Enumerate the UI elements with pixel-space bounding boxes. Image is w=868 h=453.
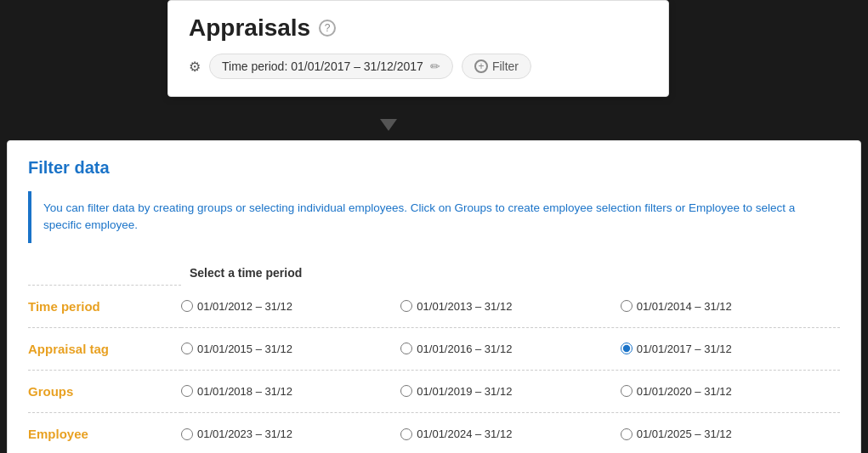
label-2025: 01/01/2025 – 31/12 <box>637 428 732 440</box>
radio-2014[interactable] <box>621 300 633 312</box>
label-2018: 01/01/2018 – 31/12 <box>197 385 292 398</box>
radio-2024[interactable] <box>400 428 412 440</box>
option-2019: 01/01/2019 – 31/12 <box>400 385 620 398</box>
sliders-icon: ⚙ <box>189 59 201 75</box>
time-period-label-row: Time period <box>28 286 181 328</box>
label-2013: 01/01/2013 – 31/12 <box>417 300 512 313</box>
option-2014: 01/01/2014 – 31/12 <box>621 300 840 313</box>
label-2015: 01/01/2015 – 31/12 <box>197 343 292 355</box>
radio-2016[interactable] <box>400 343 412 354</box>
option-2013: 01/01/2013 – 31/12 <box>400 300 620 313</box>
radio-2023[interactable] <box>181 428 193 440</box>
dropdown-arrow <box>380 119 397 131</box>
option-2025: 01/01/2025 – 31/12 <box>621 428 840 440</box>
options-header: Select a time period <box>181 260 840 286</box>
groups-label-row: Groups <box>28 371 181 413</box>
filter-panel: Filter data You can filter data by creat… <box>7 140 861 453</box>
appraisal-tag-label[interactable]: Appraisal tag <box>28 342 109 356</box>
label-2023: 01/01/2023 – 31/12 <box>197 428 292 440</box>
time-period-text: Time period: 01/01/2017 – 31/12/2017 <box>222 59 423 73</box>
option-2015: 01/01/2015 – 31/12 <box>181 343 400 355</box>
employee-label-row: Employee <box>28 413 181 454</box>
labels-header-spacer <box>28 260 181 286</box>
filter-options: Select a time period 01/01/2012 – 31/12 … <box>181 260 840 454</box>
appraisals-title: Appraisals <box>189 14 310 42</box>
info-text: You can filter data by creating groups o… <box>43 201 795 231</box>
label-2012: 01/01/2012 – 31/12 <box>197 300 292 313</box>
time-period-label[interactable]: Time period <box>28 299 100 314</box>
label-2014: 01/01/2014 – 31/12 <box>637 300 732 313</box>
time-period-pill[interactable]: Time period: 01/01/2017 – 31/12/2017 ✏ <box>209 54 453 79</box>
options-row-2: 01/01/2015 – 31/12 01/01/2016 – 31/12 01… <box>181 328 840 371</box>
option-2018: 01/01/2018 – 31/12 <box>181 385 400 398</box>
info-box: You can filter data by creating groups o… <box>28 191 840 243</box>
filter-row: ⚙ Time period: 01/01/2017 – 31/12/2017 ✏… <box>189 54 648 79</box>
radio-2015[interactable] <box>181 343 193 354</box>
option-2012: 01/01/2012 – 31/12 <box>181 300 400 313</box>
employee-label[interactable]: Employee <box>28 427 88 441</box>
filter-panel-title: Filter data <box>28 158 840 178</box>
label-2020: 01/01/2020 – 31/12 <box>637 385 732 398</box>
help-icon[interactable]: ? <box>319 20 336 37</box>
filter-content: Time period Appraisal tag Groups Employe… <box>28 260 840 454</box>
edit-icon[interactable]: ✏ <box>430 59 440 73</box>
radio-2012[interactable] <box>181 300 193 312</box>
add-filter-button[interactable]: + Filter <box>462 54 531 79</box>
radio-2013[interactable] <box>400 300 412 312</box>
option-2016: 01/01/2016 – 31/12 <box>400 343 620 355</box>
option-2024: 01/01/2024 – 31/12 <box>400 428 620 440</box>
filter-labels: Time period Appraisal tag Groups Employe… <box>28 260 181 454</box>
options-row-4: 01/01/2023 – 31/12 01/01/2024 – 31/12 01… <box>181 413 840 454</box>
radio-2017[interactable] <box>621 343 633 354</box>
label-2016: 01/01/2016 – 31/12 <box>417 343 512 355</box>
label-2024: 01/01/2024 – 31/12 <box>417 428 512 440</box>
option-2020: 01/01/2020 – 31/12 <box>621 385 840 398</box>
options-row-3: 01/01/2018 – 31/12 01/01/2019 – 31/12 01… <box>181 371 840 413</box>
options-row-1: 01/01/2012 – 31/12 01/01/2013 – 31/12 01… <box>181 286 840 328</box>
radio-2019[interactable] <box>400 385 412 397</box>
plus-circle-icon: + <box>474 59 488 73</box>
appraisal-tag-label-row: Appraisal tag <box>28 328 181 371</box>
radio-2020[interactable] <box>621 385 633 397</box>
groups-label[interactable]: Groups <box>28 384 73 399</box>
option-2017: 01/01/2017 – 31/12 <box>621 343 840 355</box>
label-2017: 01/01/2017 – 31/12 <box>637 343 732 355</box>
option-2023: 01/01/2023 – 31/12 <box>181 428 400 440</box>
radio-2018[interactable] <box>181 385 193 397</box>
filter-button-label: Filter <box>492 59 519 73</box>
label-2019: 01/01/2019 – 31/12 <box>417 385 512 398</box>
appraisals-card: Appraisals ? ⚙ Time period: 01/01/2017 –… <box>167 0 669 97</box>
radio-2025[interactable] <box>621 428 633 440</box>
